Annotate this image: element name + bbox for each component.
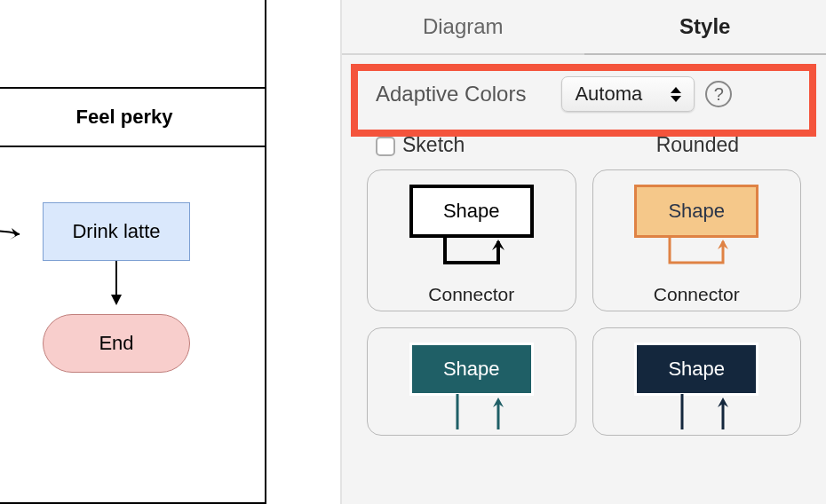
swatch-connector-label: Connector bbox=[428, 284, 514, 305]
incoming-connector[interactable] bbox=[0, 224, 28, 250]
swatch-shape-label: Shape bbox=[409, 185, 534, 238]
tab-style[interactable]: Style bbox=[584, 0, 827, 55]
diagram-canvas[interactable]: Feel perky Drink latte End bbox=[0, 0, 342, 504]
sketch-checkbox[interactable] bbox=[376, 137, 395, 156]
style-swatch-1[interactable]: Shape Connector bbox=[367, 169, 576, 311]
swatch-connector-label: Connector bbox=[654, 284, 740, 305]
style-swatch-3[interactable]: Shape bbox=[367, 327, 576, 436]
adaptive-colors-value: Automa bbox=[575, 83, 671, 106]
swimlane-table[interactable]: Feel perky Drink latte End bbox=[0, 0, 266, 504]
end-node[interactable]: End bbox=[43, 314, 190, 373]
connector-down[interactable] bbox=[115, 261, 117, 303]
lane-header[interactable]: Feel perky bbox=[0, 89, 265, 146]
style-swatch-2[interactable]: Shape Connector bbox=[592, 169, 802, 311]
swatch-shape-label: Shape bbox=[409, 343, 534, 396]
select-arrows-icon bbox=[671, 87, 685, 102]
swatch-shape-label: Shape bbox=[634, 185, 758, 238]
process-node[interactable]: Drink latte bbox=[43, 202, 190, 261]
swatch-connector-icon bbox=[377, 394, 567, 429]
properties-panel: Diagram Style Adaptive Colors Automa ? S… bbox=[342, 0, 826, 504]
swatch-connector-icon bbox=[377, 236, 567, 282]
swatch-connector-icon bbox=[602, 394, 792, 429]
swatch-shape-label: Shape bbox=[634, 343, 758, 396]
adaptive-colors-select[interactable]: Automa bbox=[561, 76, 695, 112]
tab-diagram[interactable]: Diagram bbox=[342, 0, 584, 55]
swatch-connector-icon bbox=[602, 236, 792, 282]
style-swatch-grid: Shape Connector Shape Connector Shape bbox=[342, 169, 826, 436]
rounded-option[interactable]: Rounded bbox=[656, 133, 739, 157]
sketch-option[interactable]: Sketch bbox=[376, 133, 465, 157]
panel-tabs: Diagram Style bbox=[342, 0, 826, 55]
style-swatch-4[interactable]: Shape bbox=[592, 327, 802, 436]
style-options-row: Sketch Rounded bbox=[342, 133, 826, 169]
